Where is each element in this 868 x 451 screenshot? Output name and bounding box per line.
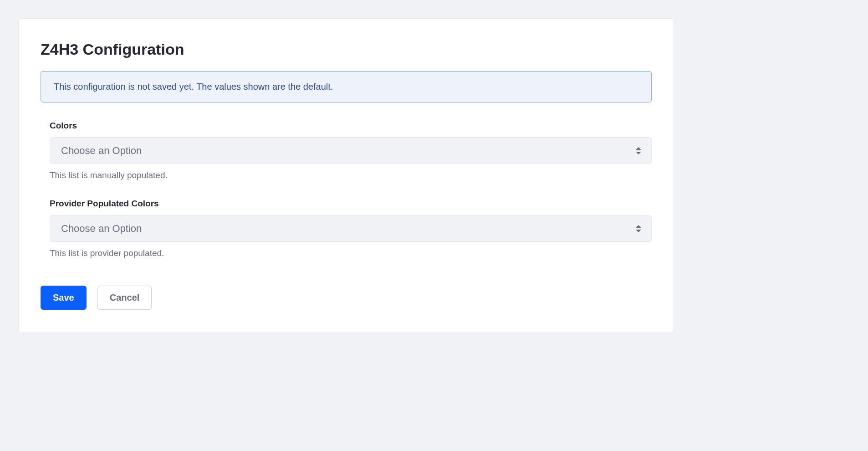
- form-group-provider-colors: Provider Populated Colors Choose an Opti…: [41, 199, 652, 258]
- colors-select[interactable]: Choose an Option: [50, 137, 652, 164]
- alert-message: This configuration is not saved yet. The…: [54, 82, 333, 92]
- provider-colors-select[interactable]: Choose an Option: [50, 215, 652, 242]
- provider-colors-help-text: This list is provider populated.: [50, 248, 652, 258]
- configuration-card: Z4H3 Configuration This configuration is…: [18, 18, 674, 332]
- colors-label: Colors: [50, 121, 652, 131]
- provider-colors-label: Provider Populated Colors: [50, 199, 652, 209]
- provider-colors-select-wrapper: Choose an Option: [50, 215, 652, 242]
- colors-select-wrapper: Choose an Option: [50, 137, 652, 164]
- page-title: Z4H3 Configuration: [41, 41, 652, 58]
- colors-help-text: This list is manually populated.: [50, 170, 652, 180]
- button-row: Save Cancel: [41, 286, 652, 310]
- cancel-button[interactable]: Cancel: [97, 286, 152, 310]
- save-button[interactable]: Save: [41, 286, 87, 310]
- form-group-colors: Colors Choose an Option This list is man…: [41, 121, 652, 180]
- alert-info: This configuration is not saved yet. The…: [41, 71, 652, 102]
